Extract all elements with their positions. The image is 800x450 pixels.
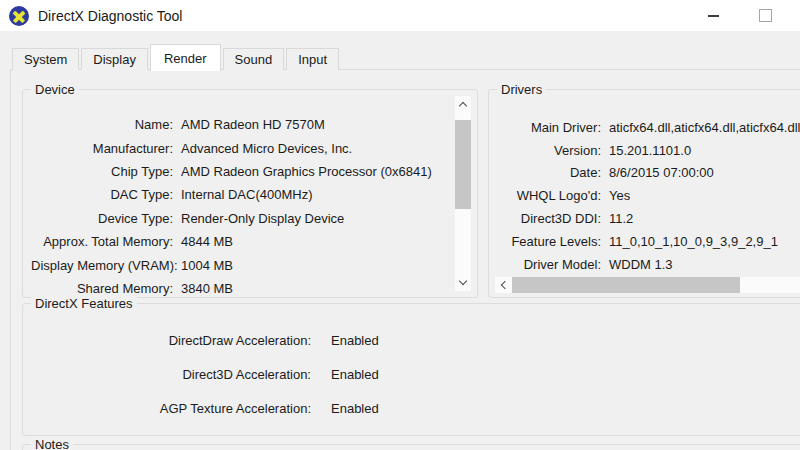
field-value: Enabled xyxy=(331,367,379,382)
feature-row: AGP Texture Acceleration:Enabled xyxy=(31,391,800,425)
chevron-left-icon xyxy=(501,281,509,289)
field-value: 3840 MB xyxy=(181,281,233,296)
device-row: DAC Type:Internal DAC(400MHz) xyxy=(31,183,477,206)
drivers-row: Direct3D DDI:11.2 xyxy=(495,207,800,230)
field-value: 11_0,10_1,10_0,9_3,9_2,9_1 xyxy=(609,234,778,249)
drivers-row: Date:8/6/2015 07:00:00 xyxy=(495,162,800,185)
field-label: Driver Model: xyxy=(495,257,601,272)
tab-display[interactable]: Display xyxy=(81,48,148,70)
feature-row: DirectDraw Acceleration:Enabled xyxy=(31,323,800,357)
drivers-row: Main Driver:aticfx64.dll,aticfx64.dll,at… xyxy=(495,116,800,139)
feature-row: Direct3D Acceleration:Enabled xyxy=(31,357,800,391)
field-label: Main Driver: xyxy=(495,120,601,135)
field-value: AMD Radeon Graphics Processor (0x6841) xyxy=(181,164,432,179)
scrollbar-down-button[interactable] xyxy=(455,274,471,291)
field-label: AGP Texture Acceleration: xyxy=(31,401,311,416)
field-value: Enabled xyxy=(331,401,379,416)
field-value: 8/6/2015 07:00:00 xyxy=(609,165,714,180)
field-label: Direct3D Acceleration: xyxy=(31,367,311,382)
field-label: Date: xyxy=(495,165,601,180)
device-row: Device Type:Render-Only Display Device xyxy=(31,207,477,230)
field-label: Chip Type: xyxy=(31,164,173,179)
notes-groupbox: Notes xyxy=(22,444,800,450)
field-label: DAC Type: xyxy=(31,187,173,202)
field-label: Version: xyxy=(495,143,601,158)
field-label: Display Memory (VRAM): xyxy=(31,258,173,273)
field-label: WHQL Logo'd: xyxy=(495,188,601,203)
device-row: Chip Type:AMD Radeon Graphics Processor … xyxy=(31,160,477,183)
field-value: 4844 MB xyxy=(181,234,233,249)
drivers-row: WHQL Logo'd:Yes xyxy=(495,184,800,207)
field-label: Approx. Total Memory: xyxy=(31,234,173,249)
device-row: Name:AMD Radeon HD 7570M xyxy=(31,113,477,136)
field-value: Render-Only Display Device xyxy=(181,211,344,226)
tab-sound[interactable]: Sound xyxy=(223,48,285,70)
field-value: aticfx64.dll,aticfx64.dll,aticfx64.dll, xyxy=(609,120,800,135)
device-groupbox: Device Name:AMD Radeon HD 7570M Manufact… xyxy=(22,89,478,298)
chevron-down-icon xyxy=(459,277,467,285)
directx-app-icon xyxy=(9,6,29,26)
tab-input[interactable]: Input xyxy=(286,48,339,70)
tab-label: Input xyxy=(298,52,327,67)
field-value: Internal DAC(400MHz) xyxy=(181,187,313,202)
drivers-row: Driver Model:WDDM 1.3 xyxy=(495,253,800,276)
field-value: 15.201.1101.0 xyxy=(609,143,691,158)
chevron-up-icon xyxy=(459,102,467,110)
field-value: 1004 MB xyxy=(181,258,233,273)
tab-label: Display xyxy=(93,52,136,67)
maximize-button[interactable] xyxy=(742,0,788,31)
window-title: DirectX Diagnostic Tool xyxy=(38,8,182,24)
field-label: Shared Memory: xyxy=(31,281,173,296)
drivers-rows: Main Driver:aticfx64.dll,aticfx64.dll,at… xyxy=(489,90,800,276)
drivers-horizontal-scrollbar[interactable] xyxy=(494,276,800,294)
scrollbar-thumb[interactable] xyxy=(455,120,471,209)
device-vertical-scrollbar[interactable] xyxy=(454,95,472,292)
tab-system[interactable]: System xyxy=(12,48,79,70)
features-rows: DirectDraw Acceleration:Enabled Direct3D… xyxy=(23,304,800,425)
drivers-row: Feature Levels:11_0,10_1,10_0,9_3,9_2,9_… xyxy=(495,230,800,253)
field-label: Direct3D DDI: xyxy=(495,211,601,226)
field-value: Advanced Micro Devices, Inc. xyxy=(181,141,352,156)
device-row: Display Memory (VRAM):1004 MB xyxy=(31,253,477,276)
device-row: Manufacturer:Advanced Micro Devices, Inc… xyxy=(31,136,477,159)
scrollbar-thumb[interactable] xyxy=(512,277,740,293)
field-label: Device Type: xyxy=(31,211,173,226)
tab-label: Sound xyxy=(235,52,273,67)
tab-strip: System Display Render Sound Input xyxy=(12,44,341,70)
maximize-icon xyxy=(759,9,772,22)
tab-label: Render xyxy=(164,51,207,66)
drivers-row: Version:15.201.1101.0 xyxy=(495,139,800,162)
minimize-button[interactable] xyxy=(690,0,736,31)
field-value: 11.2 xyxy=(609,211,633,226)
field-value: WDDM 1.3 xyxy=(609,257,673,272)
device-row: Approx. Total Memory:4844 MB xyxy=(31,230,477,253)
field-label: Name: xyxy=(31,117,173,132)
tab-render[interactable]: Render xyxy=(150,44,221,71)
scrollbar-up-button[interactable] xyxy=(455,96,471,113)
minimize-icon xyxy=(708,15,719,17)
scrollbar-left-button[interactable] xyxy=(495,277,512,293)
field-value: Enabled xyxy=(331,333,379,348)
field-value: AMD Radeon HD 7570M xyxy=(181,117,325,132)
field-label: DirectDraw Acceleration: xyxy=(31,333,311,348)
field-label: Feature Levels: xyxy=(495,234,601,249)
field-value: Yes xyxy=(609,188,630,203)
device-rows: Name:AMD Radeon HD 7570M Manufacturer:Ad… xyxy=(23,90,477,300)
field-label: Manufacturer: xyxy=(31,141,173,156)
directx-features-groupbox: DirectX Features DirectDraw Acceleration… xyxy=(22,303,800,436)
title-bar: DirectX Diagnostic Tool xyxy=(0,0,800,31)
drivers-groupbox: Drivers Main Driver:aticfx64.dll,aticfx6… xyxy=(488,89,800,298)
notes-legend: Notes xyxy=(31,437,73,450)
tab-label: System xyxy=(24,52,67,67)
